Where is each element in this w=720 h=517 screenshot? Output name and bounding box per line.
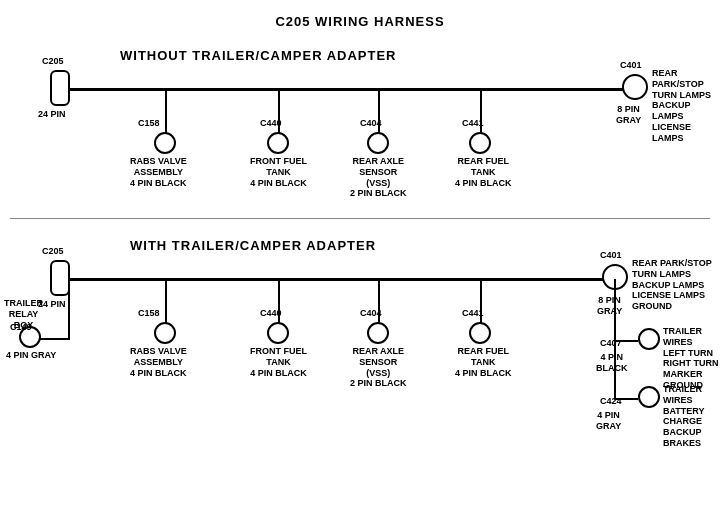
s2-c441-label: C441 [462,308,484,319]
s2-c407-desc: TRAILER WIRESLEFT TURNRIGHT TURNMARKERGR… [663,326,720,391]
s1-c401-connector [622,74,648,100]
section2-label: WITH TRAILER/CAMPER ADAPTER [130,238,376,253]
s1-c440-connector [267,132,289,154]
s2-c149-hline [40,338,70,340]
s1-c158-label: C158 [138,118,160,129]
s1-c441-desc: REAR FUELTANK4 PIN BLACK [455,156,512,188]
s1-c158-desc: RABS VALVEASSEMBLY4 PIN BLACK [130,156,187,188]
s1-c205-label: C205 [42,56,64,67]
page-title: C205 WIRING HARNESS [0,6,720,29]
s1-c404-desc: REAR AXLESENSOR(VSS)2 PIN BLACK [350,156,407,199]
divider [10,218,710,219]
s2-c404-label: C404 [360,308,382,319]
s1-c205-pins: 24 PIN [38,109,66,120]
s2-c158-vline [165,279,167,324]
s2-c407-connector [638,328,660,350]
s2-c404-desc: REAR AXLESENSOR(VSS)2 PIN BLACK [350,346,407,389]
diagram: C205 WIRING HARNESS WITHOUT TRAILER/CAMP… [0,0,720,490]
s1-c440-label: C440 [260,118,282,129]
s1-c404-connector [367,132,389,154]
s1-c440-desc: FRONT FUELTANK4 PIN BLACK [250,156,307,188]
s1-c158-connector [154,132,176,154]
s2-c407-pins: 4 PINBLACK [596,352,628,374]
s1-c401-pins: 8 PINGRAY [616,104,641,126]
s2-c424-desc: TRAILER WIRESBATTERY CHARGEBACKUPBRAKES [663,384,720,449]
s1-main-line [60,88,640,91]
s1-c401-desc: REAR PARK/STOPTURN LAMPSBACKUP LAMPSLICE… [652,68,720,144]
s2-c149-pins: 4 PIN GRAY [6,350,56,361]
s2-c205-connector [50,260,70,296]
s2-c440-connector [267,322,289,344]
s2-c205-label: C205 [42,246,64,257]
s2-c401-desc: REAR PARK/STOPTURN LAMPSBACKUP LAMPSLICE… [632,258,712,312]
s1-c441-connector [469,132,491,154]
s2-c404-connector [367,322,389,344]
s2-c441-connector [469,322,491,344]
s2-c158-desc: RABS VALVEASSEMBLY4 PIN BLACK [130,346,187,378]
s2-c149-label: C149 [10,322,32,333]
s2-c407-label: C407 [600,338,622,349]
s2-c401-label: C401 [600,250,622,261]
s2-c149-vline [68,279,70,339]
s2-c424-label: C424 [600,396,622,407]
s1-c205-connector [50,70,70,106]
s2-c401-pins: 8 PINGRAY [597,295,622,317]
s1-c404-label: C404 [360,118,382,129]
s2-c440-label: C440 [260,308,282,319]
s2-c424-connector [638,386,660,408]
s1-c441-label: C441 [462,118,484,129]
s2-c158-label: C158 [138,308,160,319]
s2-c158-connector [154,322,176,344]
s2-main-line [60,278,620,281]
s2-c424-pins: 4 PINGRAY [596,410,621,432]
s1-c158-vline [165,89,167,134]
s2-c440-desc: FRONT FUELTANK4 PIN BLACK [250,346,307,378]
s2-c441-desc: REAR FUELTANK4 PIN BLACK [455,346,512,378]
s1-c401-label: C401 [620,60,642,71]
section1-label: WITHOUT TRAILER/CAMPER ADAPTER [120,48,397,63]
